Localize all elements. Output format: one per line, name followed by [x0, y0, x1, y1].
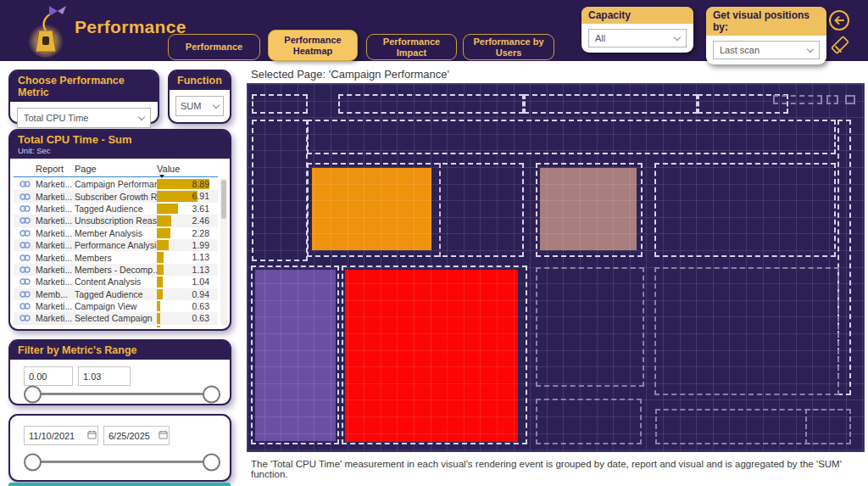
- chevron-down-icon: [213, 101, 220, 108]
- heatmap-canvas[interactable]: [248, 84, 864, 451]
- date-slider-handle-start[interactable]: [24, 453, 42, 471]
- row-value-cell: 2.28: [157, 227, 211, 239]
- heatmap-visual-outline: [837, 120, 851, 395]
- function-card: Function SUM: [168, 70, 231, 124]
- value-bar: [157, 289, 163, 299]
- page-column-header[interactable]: Page: [75, 164, 157, 174]
- chevron-down-icon: [674, 33, 681, 40]
- table-row[interactable]: Marketi...Performance Analysis1.99: [14, 239, 218, 251]
- row-report: Marketi...: [36, 265, 75, 275]
- range-min-input[interactable]: [24, 366, 73, 386]
- row-report: Marketi...: [36, 313, 75, 323]
- link-icon: [19, 254, 31, 262]
- table-row[interactable]: Marketi...Unsubscription Reas...2.46: [14, 215, 218, 226]
- visual-positions-card: Get visual positions by: Last scan: [706, 7, 826, 64]
- table-scrollbar-thumb[interactable]: [221, 180, 226, 219]
- row-report: Marketi...: [36, 301, 75, 311]
- value-bar: [157, 204, 178, 214]
- value-bar: [157, 265, 164, 275]
- back-circle-icon[interactable]: [828, 9, 850, 31]
- table-row[interactable]: Marketi...Content Analysis1.04: [14, 276, 218, 288]
- tab-performance-heatmap[interactable]: Performance Heatmap: [268, 30, 358, 61]
- row-page: Members: [75, 253, 157, 263]
- value-bar: [157, 277, 163, 287]
- tab-performance-by-users[interactable]: Performance by Users: [463, 34, 554, 60]
- row-value: 3.61: [192, 204, 209, 214]
- capacity-dropdown[interactable]: All: [588, 29, 687, 47]
- row-report: Marketi...: [36, 179, 75, 189]
- range-max-input[interactable]: [78, 366, 131, 386]
- link-icon: [19, 314, 31, 322]
- table-row[interactable]: Marketi...Members - Decomp...1.13: [14, 264, 218, 276]
- report-column-header[interactable]: Report: [36, 164, 75, 174]
- row-value: 1.13: [192, 252, 209, 262]
- row-value: 0.61: [192, 326, 209, 327]
- heatmap-visual-outline: [342, 265, 527, 444]
- heatmap-visual-outline: [845, 95, 855, 104]
- function-dropdown[interactable]: SUM: [175, 96, 224, 116]
- date-slider-track[interactable]: [32, 461, 212, 463]
- heatmap-visual-outline: [307, 163, 524, 257]
- row-value-cell: 0.61: [157, 325, 211, 327]
- table-row[interactable]: Marketi...Member Analysis2.28: [14, 227, 218, 239]
- row-page: Campaign Performan...: [75, 179, 157, 189]
- heatmap-visual-outline: [536, 163, 643, 257]
- heatmap-visual-outline: [524, 94, 698, 114]
- row-page: Tagged Audience: [75, 204, 157, 214]
- heatmap-outline-divider: [439, 163, 441, 257]
- heatmap-visual-outline: [338, 94, 524, 114]
- range-slider-track[interactable]: [32, 393, 212, 395]
- row-value-cell: 1.04: [157, 276, 211, 288]
- row-value-cell: 0.63: [157, 300, 211, 312]
- metric-dropdown[interactable]: Total CPU Time: [17, 108, 151, 128]
- row-report: Marketi...: [36, 215, 75, 226]
- heatmap-visual-outline: [654, 267, 839, 395]
- eraser-icon[interactable]: [830, 35, 850, 55]
- value-bar: [157, 301, 160, 311]
- value-bar: [157, 228, 170, 238]
- row-value-cell: 0.94: [157, 288, 211, 300]
- table-row[interactable]: Marketi...Content Searc...0.61: [14, 325, 218, 327]
- row-value: 2.46: [192, 215, 209, 226]
- table-row[interactable]: Marketi...Subscriber Growth R...6.91: [14, 190, 218, 202]
- row-report: Marketi...: [36, 253, 75, 263]
- row-value-cell: 1.99: [157, 239, 211, 251]
- metric-card: Choose Performance Metric Total CPU Time: [8, 70, 159, 124]
- row-value: 2.28: [192, 228, 209, 238]
- heatmap-visual-outline: [536, 399, 642, 444]
- row-report: Marketi...: [36, 277, 75, 287]
- table-row[interactable]: Marketi...Members1.13: [14, 251, 218, 263]
- capacity-card-title: Capacity: [581, 7, 693, 24]
- row-page: Campaign View: [75, 301, 157, 311]
- range-slider-handle-max[interactable]: [203, 385, 220, 403]
- value-column-header[interactable]: Value: [157, 164, 211, 174]
- table-row[interactable]: Marketi...Campaign View0.63: [14, 300, 218, 312]
- tab-performance[interactable]: Performance: [168, 34, 260, 60]
- date-slider-handle-end[interactable]: [203, 453, 220, 471]
- table-unit: Unit: Sec: [18, 146, 222, 155]
- capacity-dropdown-value: All: [595, 33, 605, 43]
- row-value-cell: 6.91: [157, 190, 211, 202]
- table-row[interactable]: Marketi...Tagged Audience3.61: [14, 203, 218, 215]
- row-page: Members - Decomp...: [75, 265, 157, 275]
- row-report: Marketi...: [36, 326, 75, 327]
- calendar-icon[interactable]: [87, 430, 97, 439]
- table-scrollbar[interactable]: [220, 178, 227, 326]
- value-bar: [157, 252, 164, 262]
- row-value: 1.99: [192, 240, 209, 250]
- row-page: Tagged Audience: [75, 289, 157, 299]
- link-icon: [19, 204, 31, 213]
- tab-performance-impact[interactable]: Performance Impact: [366, 34, 457, 60]
- visual-positions-card-title: Get visual positions by:: [706, 7, 826, 36]
- next-card-edge: [8, 483, 231, 486]
- row-value-cell: 1.13: [157, 264, 211, 276]
- row-value-cell: 2.46: [157, 215, 211, 226]
- link-icon: [19, 327, 31, 327]
- table-row[interactable]: Marketi...Selected Campaign0.63: [14, 312, 218, 324]
- range-slider-handle-min[interactable]: [24, 385, 42, 403]
- value-bar: [157, 313, 160, 323]
- visual-positions-dropdown[interactable]: Last scan: [713, 41, 820, 59]
- table-row[interactable]: Memb...Tagged Audience0.94: [14, 288, 218, 300]
- calendar-icon[interactable]: [159, 430, 168, 439]
- table-row[interactable]: Marketi...Campaign Performan...8.89: [14, 178, 218, 190]
